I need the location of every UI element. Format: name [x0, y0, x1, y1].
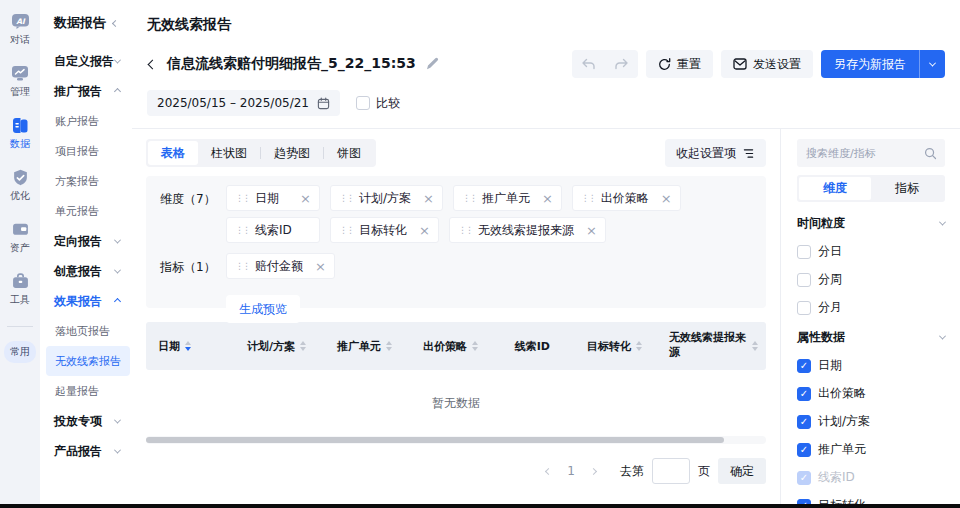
sort-icon[interactable]: [472, 341, 478, 351]
rail-item-chat[interactable]: AI 对话: [10, 12, 30, 47]
sidebar-item-landing-page-report[interactable]: 落地页报告: [54, 316, 128, 346]
dimension-chip[interactable]: ⋮⋮出价策略×: [572, 185, 681, 211]
tab-dimensions[interactable]: 维度: [799, 177, 871, 200]
column-header-date[interactable]: 日期: [146, 339, 220, 354]
remove-chip-icon[interactable]: ×: [417, 191, 434, 206]
rail-item-label: 工具: [10, 293, 30, 307]
search-icon: [924, 147, 937, 160]
sidebar-item-account-report[interactable]: 账户报告: [54, 106, 128, 136]
next-page-button[interactable]: [585, 465, 602, 478]
tab-metrics[interactable]: 指标: [871, 177, 943, 200]
drag-handle-icon[interactable]: ⋮⋮: [339, 225, 353, 235]
column-header-plan[interactable]: 计划/方案: [220, 339, 316, 354]
field-checkbox-daily[interactable]: 分日: [797, 243, 945, 260]
tab-trend-chart[interactable]: 趋势图: [261, 141, 323, 165]
remove-chip-icon[interactable]: ×: [655, 191, 672, 206]
metrics-label: 指标（1）: [160, 253, 226, 279]
tab-pie-chart[interactable]: 饼图: [324, 141, 374, 165]
rail-item-data[interactable]: 数据: [10, 116, 30, 151]
page-title: 无效线索报告: [132, 0, 960, 34]
generate-preview-button[interactable]: 生成预览: [226, 295, 300, 323]
rail-item-assets[interactable]: 资产: [10, 220, 30, 255]
dimension-chip-locked[interactable]: ⋮⋮线索ID: [226, 217, 320, 243]
sidebar-item-promo-report[interactable]: 推广报告: [54, 76, 128, 106]
app-window: AI 对话 管理 数据 优化 资产: [0, 0, 960, 508]
date-range-picker[interactable]: 2025/05/15 – 2025/05/21: [147, 90, 340, 116]
dimension-chip[interactable]: ⋮⋮计划/方案×: [330, 185, 443, 211]
sidebar-item-volume-report[interactable]: 起量报告: [54, 376, 128, 406]
save-as-new-report-main[interactable]: 另存为新报告: [821, 50, 919, 78]
collapse-settings-button[interactable]: 收起设置项: [665, 139, 766, 167]
reset-button[interactable]: 重置: [646, 50, 713, 78]
rail-item-tools[interactable]: 工具: [10, 272, 30, 307]
field-checkbox-unit[interactable]: 推广单元: [797, 441, 945, 458]
goto-label: 去第: [620, 463, 644, 480]
sidebar-item-unit-report[interactable]: 单元报告: [54, 196, 128, 226]
column-header-bid-strategy[interactable]: 出价策略: [402, 339, 488, 354]
tab-bar-chart[interactable]: 柱状图: [198, 141, 260, 165]
checkbox-unchecked: [797, 273, 811, 287]
sidebar-item-targeting-report[interactable]: 定向报告: [54, 226, 128, 256]
field-checkbox-weekly[interactable]: 分周: [797, 271, 945, 288]
prev-page-button[interactable]: [540, 465, 557, 478]
undo-button[interactable]: [572, 58, 605, 71]
remove-chip-icon[interactable]: ×: [309, 259, 326, 274]
drag-handle-icon[interactable]: ⋮⋮: [339, 193, 353, 203]
compare-checkbox[interactable]: 比较: [356, 95, 400, 112]
sort-icon[interactable]: [636, 341, 642, 351]
current-page[interactable]: 1: [565, 464, 577, 478]
drag-handle-icon[interactable]: ⋮⋮: [235, 193, 249, 203]
dimension-chip[interactable]: ⋮⋮目标转化×: [330, 217, 439, 243]
sort-icon[interactable]: [185, 341, 191, 351]
remove-chip-icon[interactable]: ×: [580, 223, 597, 238]
drag-handle-icon[interactable]: ⋮⋮: [235, 261, 249, 271]
dimension-chip[interactable]: ⋮⋮日期×: [226, 185, 320, 211]
page-jump-input[interactable]: [652, 458, 690, 484]
field-checkbox-plan[interactable]: 计划/方案: [797, 413, 945, 430]
edit-report-title-button[interactable]: [425, 57, 439, 71]
sidebar-item-plan-report[interactable]: 方案报告: [54, 166, 128, 196]
section-attribute-data[interactable]: 属性数据: [797, 329, 945, 346]
remove-chip-icon[interactable]: ×: [294, 191, 311, 206]
sort-icon[interactable]: [300, 341, 306, 351]
dimension-chip[interactable]: ⋮⋮无效线索提报来源×: [449, 217, 606, 243]
section-time-granularity[interactable]: 时间粒度: [797, 215, 945, 232]
rail-item-optimize[interactable]: 优化: [10, 168, 30, 203]
sidebar-item-product-report[interactable]: 产品报告: [54, 436, 128, 466]
dimension-chip[interactable]: ⋮⋮推广单元×: [453, 185, 562, 211]
send-settings-button[interactable]: 发送设置: [721, 50, 813, 78]
sidebar-item-effect-report[interactable]: 效果报告: [54, 286, 128, 316]
field-checkbox-monthly[interactable]: 分月: [797, 299, 945, 316]
metric-chip[interactable]: ⋮⋮赔付金额×: [226, 253, 335, 279]
drag-handle-icon[interactable]: ⋮⋮: [235, 225, 249, 235]
sidebar-item-invalid-leads-report[interactable]: 无效线索报告: [46, 346, 130, 376]
drag-handle-icon[interactable]: ⋮⋮: [581, 193, 595, 203]
save-as-dropdown-button[interactable]: [920, 50, 945, 78]
redo-button[interactable]: [605, 58, 638, 71]
sidebar-item-project-report[interactable]: 项目报告: [54, 136, 128, 166]
tab-table[interactable]: 表格: [148, 141, 198, 165]
content-row: 表格 柱状图 趋势图 饼图 收起设置项: [132, 128, 960, 508]
scrollbar-thumb[interactable]: [146, 437, 724, 443]
confirm-page-button[interactable]: 确定: [718, 458, 766, 484]
column-header-target-conversion[interactable]: 目标转化: [560, 339, 652, 354]
drag-handle-icon[interactable]: ⋮⋮: [458, 225, 472, 235]
column-header-unit[interactable]: 推广单元: [316, 339, 402, 354]
drag-handle-icon[interactable]: ⋮⋮: [462, 193, 476, 203]
sidebar-item-custom-report[interactable]: 自定义报告: [54, 46, 128, 76]
field-search-input[interactable]: [806, 147, 918, 160]
remove-chip-icon[interactable]: ×: [536, 191, 553, 206]
sidebar-collapse-icon[interactable]: [112, 19, 119, 26]
rail-quick-badge[interactable]: 常用: [4, 341, 36, 363]
column-header-invalid-lead-source[interactable]: 无效线索提报来源: [652, 331, 766, 361]
sidebar-item-creative-report[interactable]: 创意报告: [54, 256, 128, 286]
sort-icon[interactable]: [752, 341, 758, 351]
rail-item-manage[interactable]: 管理: [10, 64, 30, 99]
field-checkbox-bid-strategy[interactable]: 出价策略: [797, 385, 945, 402]
back-button[interactable]: [147, 59, 158, 70]
sort-icon[interactable]: [386, 341, 392, 351]
remove-chip-icon[interactable]: ×: [413, 223, 430, 238]
column-header-lead-id[interactable]: 线索ID: [488, 339, 560, 354]
field-checkbox-date[interactable]: 日期: [797, 357, 945, 374]
sidebar-item-delivery-special[interactable]: 投放专项: [54, 406, 128, 436]
